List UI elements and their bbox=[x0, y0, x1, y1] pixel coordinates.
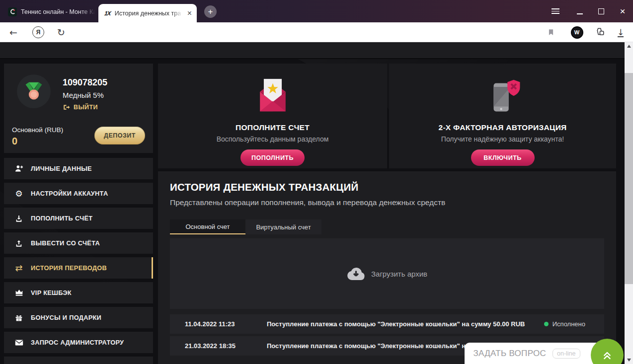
history-panel: ИСТОРИЯ ДЕНЕЖНЫХ ТРАНЗАКЦИЙ Представлены… bbox=[158, 171, 616, 364]
profile-card: 109078205 Медный 5% ВЫЙТИ Основной (RUB)… bbox=[4, 64, 153, 153]
cloud-download-icon bbox=[347, 267, 365, 281]
browser-menu-icon[interactable] bbox=[548, 0, 563, 22]
download-archive-button[interactable]: Загрузить архив bbox=[170, 238, 604, 309]
tab-title: История денежных тра bbox=[115, 10, 182, 17]
tab-close-icon[interactable]: × bbox=[186, 9, 193, 17]
user-id: 109078205 bbox=[63, 77, 107, 88]
back-icon[interactable]: ← bbox=[5, 22, 22, 42]
site-header-strip bbox=[0, 42, 625, 59]
page-title: ИСТОРИЯ ДЕНЕЖНЫХ ТРАНЗАКЦИЙ bbox=[170, 181, 358, 193]
loyalty-level: Медный 5% bbox=[63, 91, 104, 99]
crown-icon bbox=[14, 288, 24, 298]
sidebar-item-admin-request[interactable]: ЗАПРОС АДМИНИСТРАТОРУ bbox=[4, 332, 153, 353]
logout-button[interactable]: ВЫЙТИ bbox=[63, 104, 98, 111]
sidebar-item-top-up[interactable]: ПОПОЛНИТЬ СЧЁТ bbox=[4, 208, 153, 229]
sidebar-item-transfer-history[interactable]: ⇄ ИСТОРИЯ ПЕРЕВОДОВ bbox=[4, 257, 153, 279]
downloads-icon[interactable]: ↓ bbox=[613, 22, 628, 42]
extensions-icon[interactable] bbox=[592, 22, 608, 42]
transaction-description: Поступление платежа с помощью "Электронн… bbox=[267, 320, 544, 328]
transaction-date: 21.03.2022 18:35 bbox=[170, 342, 267, 350]
deposit-button[interactable]: ДЕПОЗИТ bbox=[94, 127, 145, 145]
chat-open-button[interactable] bbox=[591, 339, 624, 364]
tab-history-active[interactable]: 1X История денежных тра × bbox=[98, 4, 197, 22]
transaction-row[interactable]: 11.04.2022 11:23 Поступление платежа с п… bbox=[170, 314, 604, 334]
scroll-down-arrow-icon[interactable] bbox=[627, 359, 631, 362]
window-maximize-button[interactable] bbox=[594, 0, 609, 22]
protect-extension-icon[interactable]: W bbox=[569, 22, 584, 42]
logout-icon bbox=[63, 104, 70, 111]
envelope-icon bbox=[14, 338, 24, 348]
browser-tab-bar: Теннис онлайн - Монте Ка 1X История дене… bbox=[0, 0, 633, 22]
reload-icon[interactable]: ↻ bbox=[53, 22, 70, 42]
window-minimize-button[interactable] bbox=[572, 0, 587, 22]
avatar bbox=[17, 74, 51, 108]
promo-title: ПОПОЛНИТЕ СЧЕТ bbox=[236, 123, 310, 132]
promo-title: 2-Х ФАКТОРНАЯ АВТОРИЗАЦИЯ bbox=[438, 123, 566, 132]
sidebar-item-vip-cashback[interactable]: VIP КЕШБЭК bbox=[4, 282, 153, 303]
wallet-label: Основной (RUB) bbox=[12, 126, 63, 134]
promo-card-2fa: 2-Х ФАКТОРНАЯ АВТОРИЗАЦИЯ Получите надёж… bbox=[389, 64, 616, 168]
scrollbar[interactable] bbox=[625, 42, 633, 364]
sidebar-item-account-settings[interactable]: ⚙ НАСТРОЙКИ АККАУНТА bbox=[4, 183, 153, 204]
gift-icon bbox=[14, 313, 24, 323]
sidebar-item-withdraw[interactable]: ВЫВЕСТИ СО СЧЁТА bbox=[4, 232, 153, 254]
new-tab-button[interactable]: + bbox=[204, 5, 217, 18]
online-badge: on-line bbox=[553, 349, 580, 359]
page-subtitle: Представлены операции пополнения, вывода… bbox=[170, 198, 445, 207]
withdraw-arrow-icon bbox=[14, 238, 24, 248]
envelope-star-icon bbox=[251, 71, 294, 118]
status-dot-icon bbox=[544, 322, 549, 326]
chat-label: ЗАДАТЬ ВОПРОС bbox=[473, 349, 546, 359]
yandex-logo-icon[interactable]: Я bbox=[30, 22, 47, 42]
transaction-status: Исполнено bbox=[544, 320, 604, 328]
tab-tennis[interactable]: Теннис онлайн - Монте Ка bbox=[3, 4, 97, 19]
balance-value: 0 bbox=[12, 136, 17, 147]
promo-card-top-up: ПОПОЛНИТЕ СЧЕТ Воспользуйтесь данным раз… bbox=[158, 64, 387, 168]
top-up-button[interactable]: ПОПОЛНИТЬ bbox=[240, 149, 305, 166]
user-plus-icon bbox=[14, 164, 24, 174]
scroll-up-arrow-icon[interactable] bbox=[627, 45, 631, 48]
1x-favicon-icon: 1X bbox=[104, 10, 111, 17]
transfers-icon: ⇄ bbox=[14, 263, 24, 273]
scrollbar-thumb[interactable] bbox=[625, 73, 633, 284]
enable-2fa-button[interactable]: ВКЛЮЧИТЬ bbox=[471, 149, 535, 166]
tab-main-account[interactable]: Основной счет bbox=[170, 219, 245, 234]
monte-carlo-favicon-icon bbox=[8, 7, 17, 16]
phone-shield-icon bbox=[482, 71, 524, 118]
bookmark-icon[interactable] bbox=[544, 22, 558, 42]
transaction-date: 11.04.2022 11:23 bbox=[170, 320, 267, 328]
tab-title: Теннис онлайн - Монте Ка bbox=[21, 8, 95, 15]
sidebar-item-bonuses[interactable]: БОНУСЫ И ПОДАРКИ bbox=[4, 307, 153, 328]
gears-icon: ⚙ bbox=[14, 189, 24, 199]
sidebar-item-personal-data[interactable]: ЛИЧНЫЕ ДАННЫЕ bbox=[4, 158, 153, 179]
browser-window: Теннис онлайн - Монте Ка 1X История дене… bbox=[0, 0, 633, 364]
double-chevron-up-icon bbox=[601, 349, 614, 361]
deposit-arrow-icon bbox=[14, 214, 24, 223]
promo-subtitle: Получите надёжную защиту аккаунта! bbox=[441, 135, 564, 143]
sidebar-item-partial bbox=[4, 357, 153, 364]
account-tabs: Основной счет Виртуальный счет bbox=[170, 219, 321, 234]
promo-subtitle: Воспользуйтесь данным разделом bbox=[217, 135, 329, 143]
page-content: 109078205 Медный 5% ВЫЙТИ Основной (RUB)… bbox=[0, 42, 625, 364]
tab-virtual-account[interactable]: Виртуальный счет bbox=[245, 219, 321, 234]
medal-icon bbox=[23, 80, 45, 102]
archive-label: Загрузить архив bbox=[371, 270, 427, 278]
window-close-button[interactable]: × bbox=[615, 0, 630, 22]
browser-toolbar: ← Я ↻ 1xslot01780.com История денежных т… bbox=[0, 22, 633, 42]
